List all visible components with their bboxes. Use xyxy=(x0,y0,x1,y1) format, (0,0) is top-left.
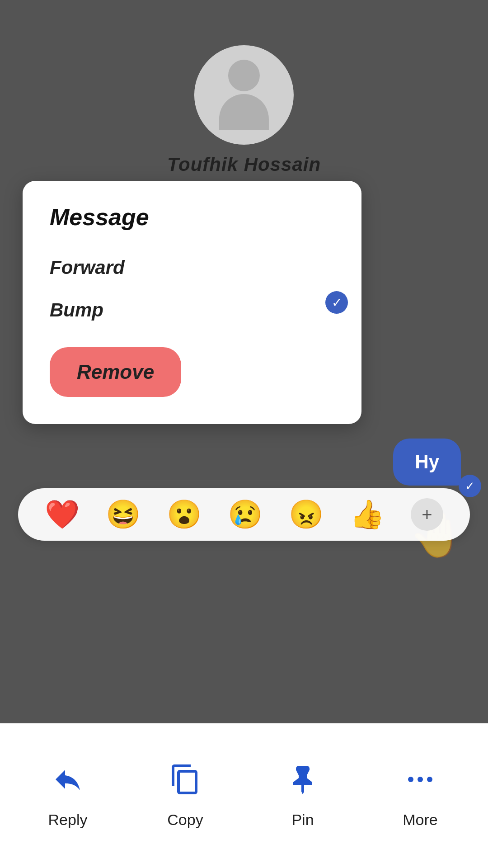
copy-action[interactable]: Copy xyxy=(127,763,244,829)
chat-check-icon: ✓ xyxy=(459,475,481,497)
emoji-heart[interactable]: ❤️ xyxy=(45,498,80,531)
avatar-head xyxy=(228,60,260,91)
copy-label: Copy xyxy=(167,811,203,829)
svg-point-0 xyxy=(408,777,413,782)
svg-point-2 xyxy=(427,777,432,782)
message-popup: Message Forward Bump Remove ✓ xyxy=(23,181,361,424)
pin-label: Pin xyxy=(291,811,314,829)
bump-option[interactable]: Bump xyxy=(50,291,334,329)
more-label: More xyxy=(403,811,437,829)
chat-bubble: Hy xyxy=(393,439,461,486)
emoji-reaction-bar: ❤️ 😆 😮 😢 😠 👍 + xyxy=(18,488,470,541)
reply-action[interactable]: Reply xyxy=(9,763,127,829)
emoji-cry[interactable]: 😢 xyxy=(228,498,263,531)
pin-icon xyxy=(286,763,319,803)
pin-action[interactable]: Pin xyxy=(244,763,361,829)
avatar-body xyxy=(219,94,269,130)
person-icon xyxy=(219,60,269,130)
reply-icon xyxy=(52,763,84,803)
emoji-thumbsup[interactable]: 👍 xyxy=(350,498,385,531)
emoji-wow[interactable]: 😮 xyxy=(167,498,202,531)
avatar xyxy=(194,45,294,145)
username: Toufhik Hossain xyxy=(167,154,321,175)
check-badge: ✓ xyxy=(325,291,348,314)
forward-option[interactable]: Forward xyxy=(50,249,334,287)
emoji-angry[interactable]: 😠 xyxy=(289,498,324,531)
more-action[interactable]: More xyxy=(361,763,479,829)
svg-point-1 xyxy=(418,777,423,782)
avatar-area: Toufhik Hossain xyxy=(167,45,321,175)
reply-label: Reply xyxy=(48,811,88,829)
copy-icon xyxy=(169,763,202,803)
emoji-more-button[interactable]: + xyxy=(411,498,443,531)
bottom-action-bar: Reply Copy Pin More xyxy=(0,723,488,868)
more-icon xyxy=(404,763,436,803)
remove-button[interactable]: Remove xyxy=(50,347,181,397)
emoji-laugh[interactable]: 😆 xyxy=(106,498,141,531)
popup-title: Message xyxy=(50,203,334,231)
